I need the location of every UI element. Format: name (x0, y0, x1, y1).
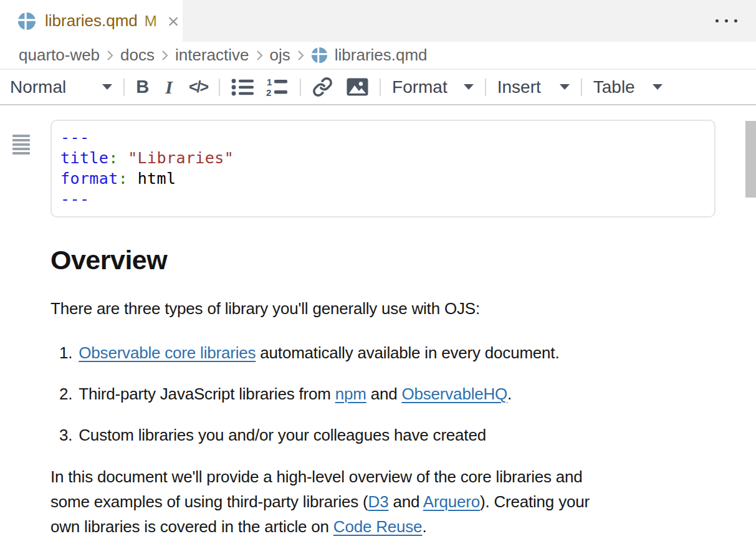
insert-menu[interactable]: Insert (497, 77, 570, 97)
format-menu-label: Format (392, 77, 447, 97)
chevron-right-icon (296, 49, 305, 62)
toolbar-separator (380, 79, 381, 96)
list-item: 2. Third-party JavaScript libraries from… (59, 381, 756, 406)
image-button[interactable] (347, 78, 368, 96)
paragraph: In this document we'll provide a high-le… (50, 464, 756, 539)
yaml-front-matter-block[interactable]: --- title: "Libraries" format: html --- (50, 120, 715, 217)
breadcrumb-ojs[interactable]: ojs (270, 45, 290, 65)
breadcrumb-interactive[interactable]: interactive (175, 45, 249, 65)
chevron-down-icon (102, 84, 112, 90)
svg-text:2: 2 (266, 87, 271, 97)
paragraph: There are three types of library you'll … (50, 296, 756, 321)
table-menu-label: Table (593, 77, 635, 97)
tab-libraries-qmd[interactable]: libraries.qmd M × (0, 0, 183, 42)
visual-editor-surface[interactable]: --- title: "Libraries" format: html --- … (0, 120, 756, 554)
yaml-line: --- (60, 189, 706, 209)
ordered-list: 1. Observable core libraries automatical… (59, 340, 756, 447)
bulleted-list-button[interactable] (231, 78, 254, 97)
breadcrumb-quarto-web[interactable]: quarto-web (19, 45, 100, 65)
toolbar-separator (581, 79, 582, 96)
numbered-list-button[interactable]: 1 2 (266, 77, 289, 97)
toolbar-separator (219, 79, 220, 96)
paragraph-style-dropdown[interactable]: Normal (10, 77, 112, 97)
editor-toolbar: Normal B I </> 1 2 (0, 70, 756, 105)
close-icon[interactable]: × (168, 11, 179, 31)
toolbar-separator (123, 79, 125, 96)
quarto-logo-icon (311, 47, 328, 64)
vertical-scrollbar-thumb[interactable] (745, 121, 756, 198)
italic-button[interactable]: I (165, 77, 173, 98)
format-menu[interactable]: Format (392, 77, 474, 97)
list-item: 3. Custom libraries you and/or your coll… (59, 423, 756, 447)
link-button[interactable] (312, 77, 333, 97)
yaml-line: format: html (60, 168, 706, 189)
yaml-line: title: "Libraries" (60, 148, 706, 168)
chevron-right-icon (160, 49, 170, 62)
link-npm[interactable]: npm (335, 384, 366, 403)
chevron-right-icon (255, 49, 264, 62)
link-arquero[interactable]: Arquero (423, 492, 480, 511)
link-observable-core-libraries[interactable]: Observable core libraries (79, 343, 256, 362)
chevron-down-icon (653, 84, 663, 90)
toolbar-separator (485, 79, 486, 96)
table-menu[interactable]: Table (593, 77, 663, 97)
quarto-logo-icon (17, 12, 36, 31)
toolbar-separator (300, 79, 301, 96)
svg-text:1: 1 (267, 77, 272, 87)
paragraph-style-label: Normal (10, 77, 66, 97)
bold-button[interactable]: B (136, 77, 149, 97)
inline-code-button[interactable]: </> (189, 78, 208, 96)
breadcrumb-file[interactable]: libraries.qmd (335, 45, 428, 65)
modified-badge: M (145, 12, 157, 30)
chevron-down-icon (464, 84, 474, 90)
breadcrumb: quarto-web docs interactive ojs librarie… (0, 42, 756, 70)
yaml-line: --- (60, 127, 706, 148)
paragraph-line: own libraries is covered in the article … (50, 514, 756, 539)
paragraph-line: some examples of using third-party libra… (50, 489, 756, 514)
list-item: 1. Observable core libraries automatical… (59, 340, 756, 365)
block-drag-handle-icon[interactable] (12, 135, 30, 155)
link-observablehq[interactable]: ObservableHQ (402, 384, 508, 403)
more-actions-icon[interactable] (697, 0, 756, 42)
link-d3[interactable]: D3 (368, 492, 389, 511)
tab-title: libraries.qmd (45, 11, 138, 31)
chevron-right-icon (105, 49, 115, 62)
paragraph-line: In this document we'll provide a high-le… (50, 464, 756, 489)
chevron-down-icon (560, 84, 570, 90)
tab-bar: libraries.qmd M × (0, 0, 756, 42)
breadcrumb-docs[interactable]: docs (120, 45, 155, 65)
link-code-reuse[interactable]: Code Reuse (333, 517, 423, 536)
insert-menu-label: Insert (497, 77, 541, 97)
heading-overview: Overview (50, 245, 756, 275)
